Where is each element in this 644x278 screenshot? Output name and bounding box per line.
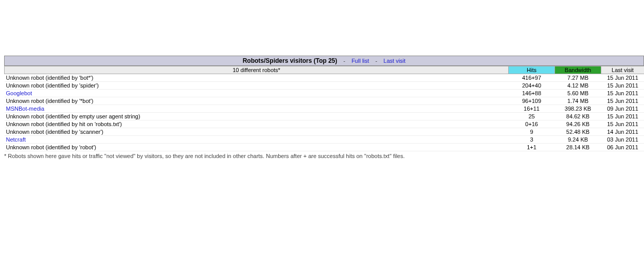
- header-last: Last visit: [601, 66, 645, 74]
- robots-table: 10 different robots* Hits Bandwidth Last…: [4, 66, 644, 151]
- cell-bandwidth: 52.48 KB: [555, 128, 601, 136]
- cell-hits: 146+88: [509, 90, 555, 97]
- robot-link[interactable]: Netcraft: [6, 136, 26, 143]
- robot-link[interactable]: MSNBot-media: [6, 106, 45, 112]
- cell-hits: 0+16: [509, 120, 555, 128]
- table-row: Unknown robot (identified by hit on 'rob…: [5, 120, 645, 128]
- table-row: MSNBot-media16+11398.23 KB09 Jun 2011: [5, 105, 645, 113]
- cell-last-visit: 15 Jun 2011: [601, 74, 645, 82]
- table-row: Netcraft39.24 KB03 Jun 2011: [5, 136, 645, 144]
- cell-robot-name: Unknown robot (identified by hit on 'rob…: [5, 120, 509, 128]
- cell-last-visit: 15 Jun 2011: [601, 120, 645, 128]
- cell-robot-name: Unknown robot (identified by 'bot*'): [5, 74, 509, 82]
- cell-bandwidth: 5.60 MB: [555, 90, 601, 97]
- robot-link[interactable]: Googlebot: [6, 90, 32, 96]
- cell-bandwidth: 4.12 MB: [555, 82, 601, 90]
- cell-hits: 96+109: [509, 97, 555, 105]
- cell-last-visit: 15 Jun 2011: [601, 90, 645, 97]
- cell-bandwidth: 7.27 MB: [555, 74, 601, 82]
- cell-last-visit: 15 Jun 2011: [601, 97, 645, 105]
- cell-robot-name: Unknown robot (identified by '*bot'): [5, 97, 509, 105]
- cell-robot-name: Googlebot: [5, 90, 509, 97]
- cell-bandwidth: 9.24 KB: [555, 136, 601, 144]
- section-title: Robots/Spiders visitors (Top 25): [243, 57, 337, 64]
- table-row: Unknown robot (identified by 'bot*')416+…: [5, 74, 645, 82]
- cell-hits: 16+11: [509, 105, 555, 113]
- cell-last-visit: 06 Jun 2011: [601, 144, 645, 151]
- cell-hits: 3: [509, 136, 555, 144]
- cell-last-visit: 03 Jun 2011: [601, 136, 645, 144]
- cell-bandwidth: 28.14 KB: [555, 144, 601, 151]
- cell-hits: 25: [509, 113, 555, 120]
- title-table: Robots/Spiders visitors (Top 25) - Full …: [4, 56, 644, 66]
- cell-bandwidth: 84.62 KB: [555, 113, 601, 120]
- cell-hits: 1+1: [509, 144, 555, 151]
- table-row: Googlebot146+885.60 MB15 Jun 2011: [5, 90, 645, 97]
- cell-bandwidth: 398.23 KB: [555, 105, 601, 113]
- cell-robot-name: MSNBot-media: [5, 105, 509, 113]
- link-last-visit[interactable]: Last visit: [384, 58, 406, 64]
- cell-robot-name: Unknown robot (identified by 'robot'): [5, 144, 509, 151]
- cell-robot-name: Unknown robot (identified by 'scanner'): [5, 128, 509, 136]
- table-header-row: 10 different robots* Hits Bandwidth Last…: [5, 66, 645, 74]
- table-row: Unknown robot (identified by 'spider')20…: [5, 82, 645, 90]
- cell-bandwidth: 94.26 KB: [555, 120, 601, 128]
- cell-hits: 9: [509, 128, 555, 136]
- cell-robot-name: Netcraft: [5, 136, 509, 144]
- table-row: Unknown robot (identified by '*bot')96+1…: [5, 97, 645, 105]
- table-row: Unknown robot (identified by 'robot')1+1…: [5, 144, 645, 151]
- header-caption: 10 different robots*: [5, 66, 509, 74]
- cell-hits: 416+97: [509, 74, 555, 82]
- footnote: * Robots shown here gave hits or traffic…: [4, 151, 644, 161]
- cell-bandwidth: 1.74 MB: [555, 97, 601, 105]
- table-row: Unknown robot (identified by 'scanner')9…: [5, 128, 645, 136]
- header-bandwidth: Bandwidth: [555, 66, 601, 74]
- cell-robot-name: Unknown robot (identified by 'spider'): [5, 82, 509, 90]
- cell-last-visit: 14 Jun 2011: [601, 128, 645, 136]
- table-row: Unknown robot (identified by empty user …: [5, 113, 645, 120]
- header-hits: Hits: [509, 66, 555, 74]
- cell-last-visit: 15 Jun 2011: [601, 82, 645, 90]
- cell-last-visit: 09 Jun 2011: [601, 105, 645, 113]
- cell-robot-name: Unknown robot (identified by empty user …: [5, 113, 509, 120]
- cell-last-visit: 15 Jun 2011: [601, 113, 645, 120]
- cell-hits: 204+40: [509, 82, 555, 90]
- link-full-list[interactable]: Full list: [351, 58, 369, 64]
